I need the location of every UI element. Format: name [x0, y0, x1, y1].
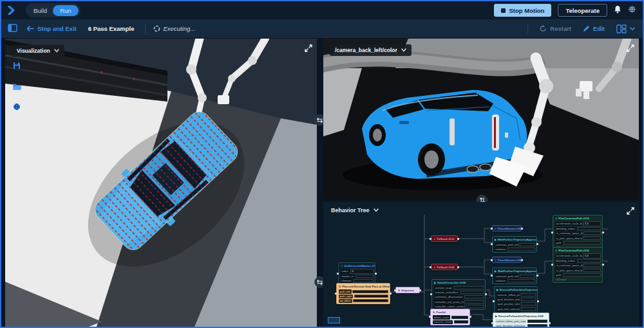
behavior-tree-dropdown[interactable]: Behavior Tree [331, 207, 379, 214]
bt-node-wait-approval-1[interactable]: ▶WaitForUserTrajectoryApproval #115carte… [492, 236, 537, 253]
bt-node-title: ForceSuccess #107 [498, 259, 521, 262]
bt-field-value[interactable] [583, 264, 601, 267]
camera-viewport[interactable]: /camera_back_left/color [323, 39, 639, 199]
bt-field-value[interactable] [521, 293, 536, 296]
bt-field-value[interactable] [527, 324, 547, 327]
bt-node-status-icon: ↻ [398, 289, 400, 292]
bt-field-value[interactable] [507, 279, 535, 282]
bt-node-status-icon: ✓ [433, 237, 435, 241]
bt-node-status-icon: ✓ [341, 264, 343, 268]
bt-field-value[interactable] [451, 316, 468, 319]
bt-field-value[interactable]: 1.0 [583, 253, 601, 258]
bt-field-value[interactable] [521, 307, 536, 311]
visualization-dropdown[interactable]: Visualization [12, 45, 64, 57]
folder-icon[interactable] [13, 81, 21, 93]
bt-node-switch-controller[interactable]: ▶SwitchController #108activate_asapactiv… [431, 279, 486, 310]
globe-icon[interactable] [13, 102, 21, 113]
bt-node-force-success-2[interactable]: ✓ForceSuccess #107 [492, 257, 522, 263]
bt-field-key: isolation [495, 279, 507, 283]
bt-field-value[interactable] [583, 232, 601, 235]
bt-field-value[interactable] [464, 305, 483, 308]
bt-field-value[interactable] [454, 286, 484, 289]
bt-field-value[interactable] [354, 279, 374, 282]
panel-divider-vertical[interactable] [317, 39, 323, 327]
bt-field-value[interactable] [578, 259, 601, 262]
stop-and-exit-button[interactable]: Stop and Exit [26, 25, 77, 32]
divider [527, 24, 528, 33]
build-tab[interactable]: Build [28, 7, 53, 14]
bt-field-value[interactable] [464, 295, 483, 298]
bt-field-value[interactable]: 0 [350, 269, 373, 273]
bt-field-value[interactable] [521, 302, 536, 305]
panel-toggle-icon[interactable] [8, 23, 17, 35]
expand-icon[interactable] [627, 43, 634, 55]
bt-field-value[interactable] [583, 237, 601, 240]
bt-node-force-success-1[interactable]: ✓ForceSuccess #113 [492, 225, 522, 232]
visualization-viewport[interactable]: Visualization [5, 39, 317, 327]
bt-field-value[interactable] [353, 299, 388, 302]
bt-node-parallel[interactable]: ↻Parallelfailure_countsuccess_count [430, 309, 470, 325]
bt-node-status-icon: ↻ [433, 311, 435, 314]
bt-field-value[interactable] [520, 243, 535, 246]
bt-node-plan-cartesian-path-2[interactable]: ✓PlanCartesianPath #110acceleration_scal… [553, 247, 603, 283]
toolbar: Stop and Exit 6 Pass Example Executing..… [1, 19, 643, 39]
bt-field-key: control_follow_joint_trajectory_action_n… [495, 319, 527, 323]
bt-field-value[interactable] [356, 275, 374, 278]
camera-3d-scene [323, 39, 639, 199]
settings-gear-icon[interactable] [628, 5, 636, 16]
edit-button[interactable]: Edit [583, 25, 605, 32]
bt-node-status-icon: ✓ [433, 266, 435, 269]
bt-field-value[interactable] [454, 320, 468, 323]
bt-field-value[interactable] [564, 241, 600, 244]
bt-field-value[interactable] [520, 275, 535, 278]
expand-icon[interactable] [627, 206, 634, 217]
bt-node-wait-approval-2[interactable]: ▶WaitForUserTrajectoryApproval #105carte… [492, 268, 537, 284]
bt-field-value[interactable] [578, 227, 601, 230]
app-logo-chevron-icon[interactable] [8, 6, 18, 15]
bt-node-get-element-of-marker[interactable]: ✓GetElementOfMarker #7001index0marker_rs… [338, 262, 375, 284]
bt-field-value[interactable] [460, 291, 483, 294]
layout-selector[interactable] [616, 24, 635, 33]
bt-field-key: blending_radius [555, 259, 577, 263]
camera-topic-dropdown[interactable]: /camera_back_left/color [330, 44, 412, 56]
stop-icon [501, 8, 506, 13]
bt-node-title: PlanCartesianPath #114 [558, 217, 589, 220]
bt-field-value[interactable]: 1.0 [583, 221, 601, 226]
save-icon[interactable] [13, 60, 21, 72]
bt-node-status-icon: ✓ [555, 217, 557, 220]
bt-field-value[interactable] [507, 248, 535, 251]
expand-icon[interactable] [305, 43, 312, 55]
bt-node-execute-follow-joint-trajectory-2[interactable]: ▶ExecuteFollowJointTrajectory #102contro… [493, 313, 549, 327]
bt-field-value[interactable] [564, 273, 600, 277]
bt-field-key: blending_radius [555, 227, 577, 231]
bt-node-plan-execute-dual-pass[interactable]: ↻Plan and Execute Dual Pass at Offsetpat… [336, 283, 390, 304]
bt-node-status-icon: ▶ [495, 238, 497, 241]
bt-node-sequence[interactable]: ↻Sequence [395, 287, 420, 293]
bt-field-value[interactable] [464, 300, 483, 304]
bt-field-key: op_offset [339, 299, 352, 303]
bt-field-value[interactable] [352, 290, 388, 293]
bt-node-title: WaitForUserTrajectoryApproval #115 [498, 238, 536, 241]
bt-field-value[interactable] [527, 320, 547, 323]
bt-field-value[interactable] [521, 298, 536, 301]
bt-node-fallback-1[interactable]: ✓Fallback #112 [431, 235, 458, 242]
bt-node-status-icon: ▶ [495, 269, 497, 273]
notifications-bell-icon[interactable] [614, 5, 621, 16]
bt-minimap[interactable] [328, 317, 340, 323]
behavior-tree-panel[interactable]: ✓GetElementOfMarker #7001index0marker_rs… [323, 202, 639, 327]
restart-button[interactable]: Restart [540, 25, 571, 32]
bt-node-status-icon: ↻ [339, 285, 341, 288]
pencil-icon [583, 25, 590, 32]
bt-field-key: automatic_deactivation [434, 295, 464, 299]
bt-field-value[interactable] [354, 295, 388, 298]
stop-motion-button[interactable]: Stop Motion [494, 4, 552, 17]
bt-field-value[interactable] [583, 269, 601, 272]
bt-node-fallback-2[interactable]: ✓Fallback #106 [431, 264, 458, 270]
bt-node-plan-cartesian-path-1[interactable]: ✓PlanCartesianPath #114acceleration_scal… [553, 215, 603, 251]
run-tab[interactable]: Run [53, 5, 78, 16]
bt-field-key: controller_switch_action_name [434, 304, 464, 308]
bt-node-title: ExecuteFollowJointTrajectory #102 [498, 314, 544, 318]
teleoperate-button[interactable]: Teleoperate [558, 4, 607, 17]
bt-node-status-icon: ▶ [495, 314, 497, 318]
bt-field-key: is_cartesian_space_density [555, 232, 583, 235]
